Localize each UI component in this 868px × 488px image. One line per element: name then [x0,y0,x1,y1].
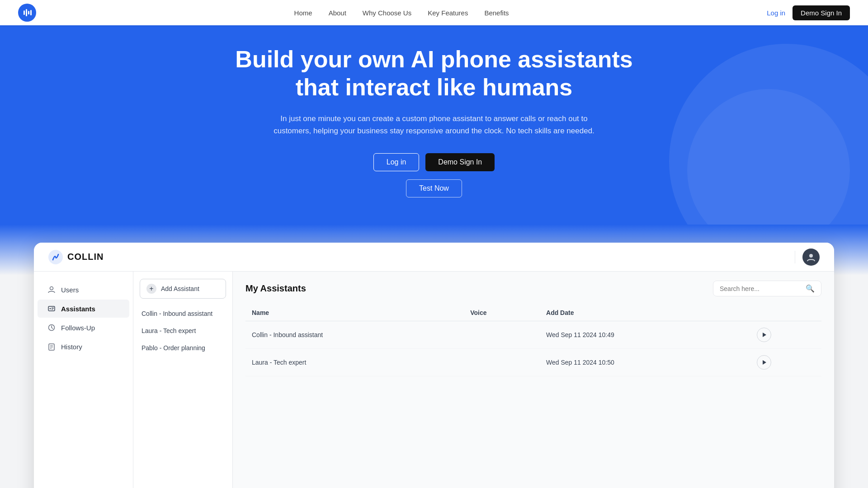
svg-rect-3 [30,10,32,15]
hero-section: Build your own AI phone assistants that … [0,0,868,225]
sidebar-item-users[interactable]: Users [38,281,129,299]
app-window: COLLIN [34,243,834,488]
table-row: Collin - Inbound assistant Wed Sep 11 20… [245,321,821,349]
avatar[interactable] [802,249,820,266]
hero-login-button[interactable]: Log in [373,153,420,171]
nav-links: Home About Why Choose Us Key Features Be… [294,9,509,17]
svg-point-8 [50,308,51,310]
sidebar-assistants-label: Assistants [61,305,95,313]
app-logo: COLLIN [48,250,104,264]
app-body: Users Assistants [34,272,834,488]
assistants-icon [47,305,56,313]
app-nav-right [795,249,820,266]
sidebar-item-assistants[interactable]: Assistants [38,300,129,318]
col-name: Name [245,305,464,321]
row2-play [750,349,821,376]
svg-rect-2 [28,11,29,14]
top-nav: Home About Why Choose Us Key Features Be… [0,0,868,25]
col-date: Add Date [540,305,750,321]
search-input[interactable] [720,285,802,292]
sidebar-history-label: History [61,343,82,351]
svg-marker-17 [763,333,766,337]
app-logo-icon [48,250,63,264]
sidebar-users-label: Users [61,286,79,294]
app-nav: COLLIN [34,243,834,272]
section-below-hero: COLLIN [0,225,868,488]
row2-date: Wed Sep 11 2024 10:50 [540,349,750,376]
nav-logo [18,4,36,22]
row1-name: Collin - Inbound assistant [245,321,464,349]
hero-subtext: In just one minute you can create a cust… [262,113,606,137]
main-panel: My Assistants 🔍 Name Voice Add Date [233,272,834,488]
hero-demo-button[interactable]: Demo Sign In [425,153,495,171]
svg-marker-18 [763,360,766,365]
hero-headline: Build your own AI phone assistants that … [231,45,637,102]
app-sidebar: Users Assistants [34,272,133,488]
assistants-table: Name Voice Add Date Collin - Inbound ass… [245,305,821,376]
nav-divider [795,251,795,263]
main-panel-title: My Assistants [245,283,306,294]
nav-about[interactable]: About [329,9,346,17]
play-button-1[interactable] [757,328,771,342]
nav-demo-button[interactable]: Demo Sign In [793,5,850,20]
nav-actions: Log in Demo Sign In [767,5,850,20]
col-voice: Voice [464,305,540,321]
svg-rect-1 [26,9,27,16]
table-row: Laura - Tech expert Wed Sep 11 2024 10:5… [245,349,821,376]
list-item-laura[interactable]: Laura - Tech expert [133,322,232,339]
row1-date: Wed Sep 11 2024 10:49 [540,321,750,349]
svg-rect-0 [24,10,25,15]
search-box[interactable]: 🔍 [713,281,821,296]
nav-benefits[interactable]: Benefits [484,9,509,17]
user-icon [47,286,56,294]
followup-icon [47,324,56,332]
svg-point-6 [50,287,53,290]
svg-point-5 [809,254,813,258]
row2-voice [464,349,540,376]
sidebar-followsup-label: Follows-Up [61,324,95,332]
list-item-pablo[interactable]: Pablo - Order planning [133,339,232,357]
add-assistant-button[interactable]: + Add Assistant [140,279,226,299]
nav-features[interactable]: Key Features [428,9,468,17]
sidebar-item-history[interactable]: History [38,338,129,356]
col-action [750,305,821,321]
nav-home[interactable]: Home [294,9,312,17]
sidebar-item-followsup[interactable]: Follows-Up [38,319,129,337]
play-button-2[interactable] [757,355,771,370]
search-icon: 🔍 [806,284,815,293]
nav-login-button[interactable]: Log in [767,9,785,17]
list-item-collin[interactable]: Collin - Inbound assistant [133,305,232,322]
plus-icon: + [146,284,156,294]
nav-why[interactable]: Why Choose Us [363,9,411,17]
row1-voice [464,321,540,349]
history-icon [47,343,56,351]
add-assistant-label: Add Assistant [161,285,199,292]
hero-test-button[interactable]: Test Now [406,179,462,197]
logo-icon [18,4,36,22]
row1-play [750,321,821,349]
app-logo-text: COLLIN [67,252,104,262]
row2-name: Laura - Tech expert [245,349,464,376]
main-panel-header: My Assistants 🔍 [245,281,821,296]
middle-panel: + Add Assistant Collin - Inbound assista… [133,272,233,488]
